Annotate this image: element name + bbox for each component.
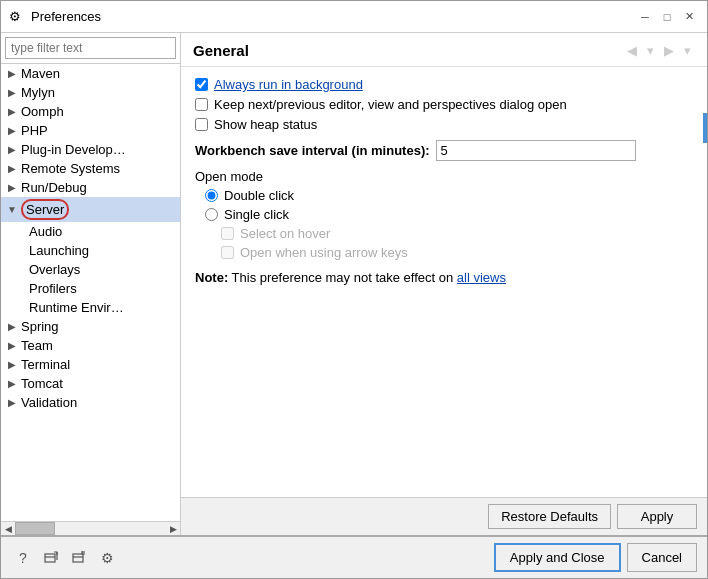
expand-arrow: ▶ [5,181,19,195]
sidebar-item-run-debug[interactable]: ▶ Run/Debug [1,178,180,197]
sidebar-item-server[interactable]: ▼ Server [1,197,180,222]
settings-button[interactable]: ⚙ [95,546,119,570]
show-heap-row: Show heap status [195,117,693,132]
expand-arrow: ▶ [5,162,19,176]
sidebar-item-launching[interactable]: Launching [1,241,180,260]
sidebar-item-terminal[interactable]: ▶ Terminal [1,355,180,374]
sidebar-item-mylyn[interactable]: ▶ Mylyn [1,83,180,102]
sidebar-item-audio[interactable]: Audio [1,222,180,241]
sidebar-item-profilers[interactable]: Profilers [1,279,180,298]
workbench-label: Workbench save interval (in minutes): [195,143,430,158]
open-arrow-row: Open when using arrow keys [195,245,693,260]
select-hover-checkbox [221,227,234,240]
show-heap-checkbox[interactable] [195,118,208,131]
single-click-label: Single click [224,207,289,222]
expand-arrow: ▶ [5,124,19,138]
note-content: This preference may not take effect on [232,270,457,285]
svg-rect-0 [45,554,55,562]
expand-arrow: ▶ [5,67,19,81]
content-area: ▶ Maven ▶ Mylyn ▶ Oomph ▶ PHP ▶ Plug-i [1,33,707,535]
keep-next-checkbox[interactable] [195,98,208,111]
svg-rect-3 [73,554,83,562]
expand-arrow: ▶ [5,358,19,372]
tree-container[interactable]: ▶ Maven ▶ Mylyn ▶ Oomph ▶ PHP ▶ Plug-i [1,64,180,521]
sidebar-item-validation[interactable]: ▶ Validation [1,393,180,412]
always-run-checkbox[interactable] [195,78,208,91]
search-input[interactable] [5,37,176,59]
dialog-bottom-bar: ? ⚙ Apply and Close [1,535,707,578]
forward-dropdown-button[interactable]: ▾ [680,41,695,60]
sidebar-item-spring[interactable]: ▶ Spring [1,317,180,336]
sidebar-item-runtime-env[interactable]: Runtime Envir… [1,298,180,317]
open-arrow-label: Open when using arrow keys [240,245,408,260]
title-bar: ⚙ Preferences ─ □ ✕ [1,1,707,33]
double-click-label: Double click [224,188,294,203]
always-run-row: Always run in background [195,77,693,92]
note-link[interactable]: all views [457,270,506,285]
export-icon [43,550,59,566]
sidebar-item-team[interactable]: ▶ Team [1,336,180,355]
workbench-row: Workbench save interval (in minutes): [195,140,693,161]
double-click-radio[interactable] [205,189,218,202]
expand-arrow: ▶ [5,320,19,334]
minimize-button[interactable]: ─ [635,7,655,27]
always-run-link[interactable]: Always run in background [214,77,363,92]
dialog-bottom-right: Apply and Close Cancel [494,543,697,572]
scroll-right-button[interactable]: ▶ [166,522,180,536]
sidebar-item-overlays[interactable]: Overlays [1,260,180,279]
keep-next-label: Keep next/previous editor, view and pers… [214,97,567,112]
main-panel-wrapper: General ◀ ▾ ▶ ▾ Always run in backgroun [181,33,707,535]
back-dropdown-button[interactable]: ▾ [643,41,658,60]
navigation-buttons: ◀ ▾ ▶ ▾ [623,41,695,60]
dialog-bottom-left: ? ⚙ [11,546,119,570]
note-text: Note: This preference may not take effec… [195,270,693,285]
expand-arrow: ▶ [5,105,19,119]
expand-arrow: ▶ [5,86,19,100]
open-arrow-checkbox [221,246,234,259]
scroll-track[interactable] [15,522,166,535]
sidebar-item-remote-systems[interactable]: ▶ Remote Systems [1,159,180,178]
close-button[interactable]: ✕ [679,7,699,27]
import-icon [71,550,87,566]
expand-arrow: ▼ [5,203,19,217]
bottom-action-bar: Restore Defaults Apply [181,497,707,535]
workbench-input[interactable] [436,140,636,161]
single-click-radio[interactable] [205,208,218,221]
expand-arrow: ▶ [5,396,19,410]
apply-button[interactable]: Apply [617,504,697,529]
apply-close-button[interactable]: Apply and Close [494,543,621,572]
scroll-thumb[interactable] [15,522,55,535]
panel-title: General [193,42,249,59]
sidebar-item-maven[interactable]: ▶ Maven [1,64,180,83]
note-label: Note: [195,270,228,285]
back-button[interactable]: ◀ [623,41,641,60]
horizontal-scrollbar[interactable]: ◀ ▶ [1,521,180,535]
expand-arrow: ▶ [5,339,19,353]
sidebar-item-php[interactable]: ▶ PHP [1,121,180,140]
maximize-button[interactable]: □ [657,7,677,27]
expand-arrow: ▶ [5,377,19,391]
help-button[interactable]: ? [11,546,35,570]
window-title: Preferences [31,9,101,24]
sidebar: ▶ Maven ▶ Mylyn ▶ Oomph ▶ PHP ▶ Plug-i [1,33,181,535]
open-mode-label: Open mode [195,169,693,184]
title-bar-left: ⚙ Preferences [9,9,101,25]
export-button[interactable] [39,546,63,570]
restore-defaults-button[interactable]: Restore Defaults [488,504,611,529]
double-click-row: Double click [195,188,693,203]
main-header: General ◀ ▾ ▶ ▾ [181,33,707,67]
sidebar-item-oomph[interactable]: ▶ Oomph [1,102,180,121]
sidebar-item-plugin-dev[interactable]: ▶ Plug-in Develop… [1,140,180,159]
cancel-button[interactable]: Cancel [627,543,697,572]
always-run-label: Always run in background [214,77,363,92]
single-click-row: Single click [195,207,693,222]
preferences-window: ⚙ Preferences ─ □ ✕ ▶ Maven ▶ Mylyn [0,0,708,579]
forward-button[interactable]: ▶ [660,41,678,60]
search-box [1,33,180,64]
select-hover-label: Select on hover [240,226,330,241]
import-button[interactable] [67,546,91,570]
show-heap-label: Show heap status [214,117,317,132]
scroll-left-button[interactable]: ◀ [1,522,15,536]
sidebar-item-tomcat[interactable]: ▶ Tomcat [1,374,180,393]
main-panel: General ◀ ▾ ▶ ▾ Always run in backgroun [181,33,707,535]
